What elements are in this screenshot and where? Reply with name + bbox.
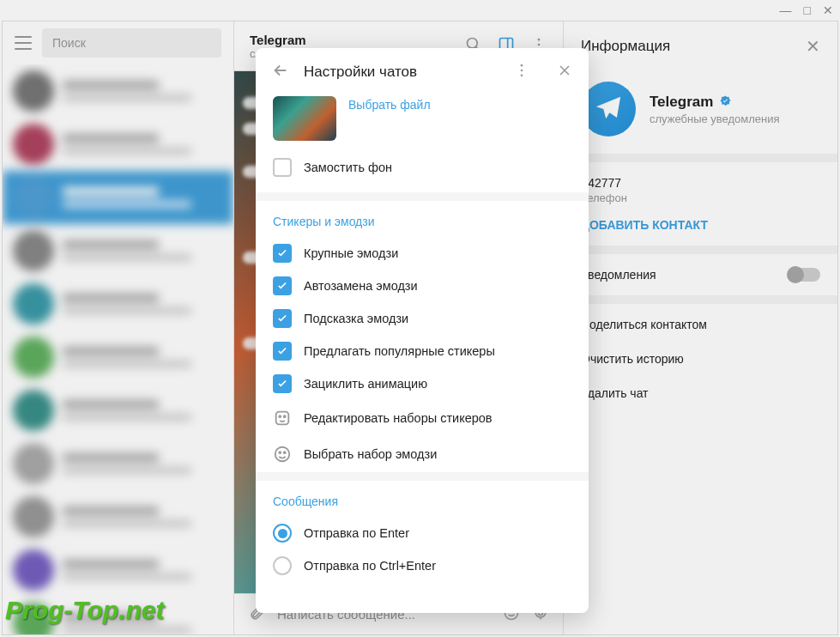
replace-emoji-checkbox[interactable]: Автозамена эмодзи <box>256 270 589 302</box>
send-enter-radio[interactable]: Отправка по Enter <box>256 517 589 549</box>
choose-emoji-set-button[interactable]: Выбрать набор эмодзи <box>256 436 589 472</box>
send-ctrl-enter-radio[interactable]: Отправка по Ctrl+Enter <box>256 549 589 582</box>
tile-background-checkbox[interactable]: Замостить фон <box>256 153 589 192</box>
choose-file-link[interactable]: Выбрать файл <box>348 96 431 112</box>
svg-point-11 <box>521 64 523 67</box>
stickers-section-title: Стикеры и эмодзи <box>256 201 589 237</box>
back-icon[interactable] <box>271 61 290 83</box>
edit-sticker-sets-button[interactable]: Редактировать наборы стикеров <box>256 400 589 436</box>
sticker-icon <box>273 409 292 428</box>
loop-animation-checkbox[interactable]: Зациклить анимацию <box>256 367 589 400</box>
svg-point-18 <box>279 452 281 453</box>
chat-settings-modal: Настройки чатов Выбрать файл Замостить ф… <box>256 48 589 613</box>
svg-rect-14 <box>276 412 289 425</box>
modal-title: Настройки чатов <box>304 64 499 81</box>
svg-point-19 <box>284 452 286 453</box>
svg-point-13 <box>521 75 523 77</box>
svg-point-16 <box>284 416 286 417</box>
close-icon[interactable] <box>556 62 573 82</box>
large-emoji-checkbox[interactable]: Крупные эмодзи <box>256 237 589 270</box>
emoji-icon <box>273 445 292 464</box>
svg-point-17 <box>275 447 290 462</box>
popular-stickers-checkbox[interactable]: Предлагать популярные стикеры <box>256 335 589 367</box>
messages-section-title: Сообщения <box>256 481 589 517</box>
svg-point-12 <box>521 70 523 72</box>
background-thumbnail[interactable] <box>273 96 336 141</box>
suggest-emoji-checkbox[interactable]: Подсказка эмодзи <box>256 302 589 335</box>
svg-point-15 <box>279 416 281 417</box>
more-icon[interactable] <box>513 62 530 82</box>
